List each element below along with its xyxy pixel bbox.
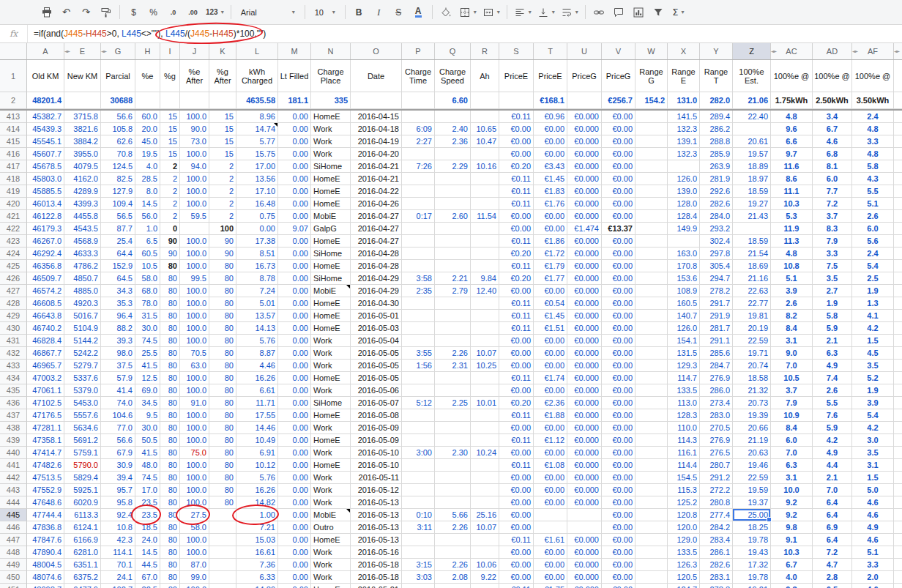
cell-U433[interactable]: €0.000 bbox=[567, 360, 602, 372]
cell-S413[interactable]: €0.11 bbox=[499, 111, 534, 123]
cell-Z419[interactable]: 18.59 bbox=[733, 185, 771, 198]
cell-W439[interactable] bbox=[636, 434, 668, 447]
cell-M416[interactable]: 0.00 bbox=[278, 148, 311, 160]
cell-U420[interactable]: €0.000 bbox=[567, 198, 602, 210]
cell-I447[interactable]: 80 bbox=[160, 534, 180, 546]
cell-Z441[interactable]: 19.46 bbox=[733, 459, 771, 472]
cell-Q445[interactable]: 5.66 bbox=[435, 509, 471, 521]
cell-J435[interactable]: 100.0 bbox=[180, 384, 209, 397]
column-header-E[interactable]: E◄► bbox=[64, 43, 101, 59]
cell-U446[interactable] bbox=[567, 521, 602, 534]
cell-H438[interactable]: 30.0 bbox=[135, 422, 160, 434]
cell-M438[interactable]: 0.00 bbox=[278, 422, 311, 434]
cell-V437[interactable]: €0.00 bbox=[602, 409, 636, 422]
cell-X451[interactable]: 124.7 bbox=[668, 584, 700, 588]
cell-I445[interactable]: 80 bbox=[160, 509, 180, 521]
row-header-451[interactable]: 451 bbox=[0, 584, 27, 588]
cell-M450[interactable]: 0.00 bbox=[278, 571, 311, 584]
cell-G437[interactable]: 104.6 bbox=[101, 409, 135, 422]
cell-N415[interactable]: Work bbox=[311, 135, 351, 148]
cell-J444[interactable]: 100.0 bbox=[180, 496, 209, 509]
row-header-416[interactable]: 416 bbox=[0, 148, 27, 160]
cell-L414[interactable]: 14.74 bbox=[236, 123, 278, 135]
cell-G448[interactable]: 114.1 bbox=[101, 546, 135, 559]
cell-AD1[interactable]: 100%e @ bbox=[813, 60, 852, 92]
cell-AC430[interactable]: 8.4 bbox=[771, 322, 813, 335]
cell-H1[interactable]: %e bbox=[135, 60, 160, 92]
cell-T427[interactable]: €0.00 bbox=[534, 285, 567, 297]
cell-J432[interactable]: 70.5 bbox=[180, 347, 209, 360]
cell-L445[interactable]: 1.00 bbox=[236, 509, 278, 521]
cell-E435[interactable]: 5379.0 bbox=[64, 384, 101, 397]
cell-AF416[interactable]: 4.8 bbox=[852, 148, 894, 160]
cell-L417[interactable]: 17.00 bbox=[236, 160, 278, 173]
cell-O431[interactable]: 2016-05-04 bbox=[351, 335, 402, 347]
cell-R449[interactable]: 10.06 bbox=[471, 559, 499, 571]
cell-G443[interactable]: 95.7 bbox=[101, 484, 135, 496]
cell-Y434[interactable]: 276.9 bbox=[700, 372, 733, 384]
cell-V432[interactable]: €0.00 bbox=[602, 347, 636, 360]
cell-K419[interactable]: 2 bbox=[209, 185, 236, 198]
cell-K440[interactable]: 80 bbox=[209, 447, 236, 459]
cell-I439[interactable]: 80 bbox=[160, 434, 180, 447]
cell-Y419[interactable]: 292.6 bbox=[700, 185, 733, 198]
cell-W436[interactable] bbox=[636, 397, 668, 409]
cell-L451[interactable]: 14.89 bbox=[236, 584, 278, 588]
cell-R426[interactable]: 9.84 bbox=[471, 272, 499, 285]
cell-T431[interactable]: €0.00 bbox=[534, 335, 567, 347]
cell-P450[interactable]: 3:03 bbox=[402, 571, 435, 584]
cell-O436[interactable]: 2016-05-07 bbox=[351, 397, 402, 409]
cell-AC427[interactable]: 3.9 bbox=[771, 285, 813, 297]
cell-AF440[interactable]: 3.5 bbox=[852, 447, 894, 459]
cell-Q429[interactable] bbox=[435, 310, 471, 322]
cell-AD434[interactable]: 7.4 bbox=[813, 372, 852, 384]
cell-S438[interactable]: €0.00 bbox=[499, 422, 534, 434]
cell-AC447[interactable]: 9.1 bbox=[771, 534, 813, 546]
cell-O423[interactable]: 2016-04-27 bbox=[351, 235, 402, 248]
cell-M414[interactable]: 0.00 bbox=[278, 123, 311, 135]
cell-Q433[interactable]: 2.31 bbox=[435, 360, 471, 372]
cell-T439[interactable]: €1.12 bbox=[534, 434, 567, 447]
cell-T425[interactable]: €1.79 bbox=[534, 260, 567, 272]
cell-G426[interactable]: 64.5 bbox=[101, 272, 135, 285]
cell-X425[interactable]: 170.8 bbox=[668, 260, 700, 272]
row-header-423[interactable]: 423 bbox=[0, 235, 27, 248]
cell-AD439[interactable]: 4.2 bbox=[813, 434, 852, 447]
cell-AF442[interactable]: 1.5 bbox=[852, 472, 894, 484]
cell-AC423[interactable]: 11.3 bbox=[771, 235, 813, 248]
row-header-437[interactable]: 437 bbox=[0, 409, 27, 422]
cell-V415[interactable]: €0.00 bbox=[602, 135, 636, 148]
cell-O447[interactable]: 2016-05-13 bbox=[351, 534, 402, 546]
cell-T426[interactable]: €1.77 bbox=[534, 272, 567, 285]
cell-T441[interactable]: €1.08 bbox=[534, 459, 567, 472]
cell-G422[interactable]: 87.7 bbox=[101, 223, 135, 235]
cell-R451[interactable] bbox=[471, 584, 499, 588]
cell-E436[interactable]: 5453.0 bbox=[64, 397, 101, 409]
cell-N424[interactable]: SiHome bbox=[311, 248, 351, 260]
cell-O416[interactable]: 2016-04-20 bbox=[351, 148, 402, 160]
cell-S442[interactable]: €0.00 bbox=[499, 472, 534, 484]
cell-R413[interactable] bbox=[471, 111, 499, 123]
cell-O430[interactable]: 2016-05-03 bbox=[351, 322, 402, 335]
cell-M425[interactable]: 0.00 bbox=[278, 260, 311, 272]
row-header-447[interactable]: 447 bbox=[0, 534, 27, 546]
cell-AC419[interactable]: 11.1 bbox=[771, 185, 813, 198]
cell-L2[interactable]: 4635.58 bbox=[236, 92, 278, 109]
cell-A433[interactable]: 46965.7 bbox=[27, 360, 64, 372]
cell-Q418[interactable] bbox=[435, 173, 471, 185]
cell-X447[interactable]: 129.0 bbox=[668, 534, 700, 546]
cell-M444[interactable]: 0.00 bbox=[278, 496, 311, 509]
cell-N447[interactable]: HomeE bbox=[311, 534, 351, 546]
cell-W431[interactable] bbox=[636, 335, 668, 347]
cell-AC1[interactable]: 100%e @ bbox=[771, 60, 813, 92]
cell-V440[interactable]: €0.00 bbox=[602, 447, 636, 459]
cell-AD432[interactable]: 6.3 bbox=[813, 347, 852, 360]
cell-V423[interactable]: €0.00 bbox=[602, 235, 636, 248]
cell-K413[interactable]: 15 bbox=[209, 111, 236, 123]
cell-K428[interactable]: 80 bbox=[209, 297, 236, 310]
cell-Z415[interactable]: 20.61 bbox=[733, 135, 771, 148]
cell-M1[interactable]: Lt Filled bbox=[278, 60, 311, 92]
cell-P438[interactable] bbox=[402, 422, 435, 434]
cell-J441[interactable]: 100.0 bbox=[180, 459, 209, 472]
cell-N431[interactable]: Work bbox=[311, 335, 351, 347]
